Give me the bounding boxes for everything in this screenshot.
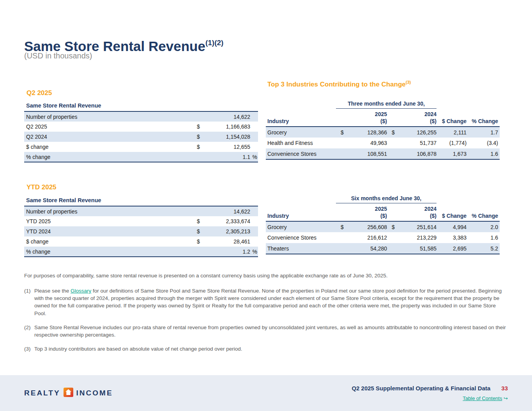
row-value: 14,622 (201, 111, 250, 122)
row-label: YTD 2024 (24, 226, 194, 236)
footnote-marker: (1) (24, 287, 34, 317)
currency-symbol: $ (194, 226, 201, 236)
footnote-3: (3) Top 3 industry contributors are base… (24, 345, 509, 353)
currency-symbol: $ (194, 142, 201, 152)
industry-row: Theaters 54,280 51,585 2,695 5.2 (266, 243, 500, 254)
table-row: YTD 2025 $ 2,333,674 (24, 216, 258, 226)
percent-change-value: 1.7 (467, 127, 500, 138)
value-2024: 213,229 (397, 232, 437, 243)
industry-name: Theaters (266, 243, 336, 254)
dollar-change-value: 3,383 (437, 232, 467, 243)
unit-header-2024: ($) (387, 213, 437, 221)
q2-section-heading: Q2 2025 (27, 89, 52, 97)
percent-suffix: % (250, 247, 258, 257)
percent-suffix (250, 226, 258, 236)
row-value: 14,622 (201, 206, 250, 216)
industry-row: Health and Fitness 49,963 51,737 (1,774)… (266, 138, 500, 148)
percent-suffix (250, 206, 258, 216)
unit-header-2024: ($) (387, 118, 437, 127)
toc-link-text: Table of Contents (463, 395, 502, 401)
industries-heading-superscript: (3) (406, 80, 411, 85)
dollar-change-header: $ Change (437, 118, 467, 127)
dollar-change-value: 2,695 (437, 243, 467, 254)
table-title: Same Store Rental Revenue (24, 102, 258, 111)
industry-name: Grocery (266, 127, 336, 138)
industry-name: Grocery (266, 221, 336, 232)
row-label: % change (24, 247, 194, 257)
currency-symbol: $ (194, 216, 201, 226)
currency-symbol: $ (387, 221, 397, 232)
year-2024-header: 2024 (387, 109, 437, 118)
percent-change-value: 1.6 (467, 148, 500, 159)
spacer-cell (437, 101, 500, 109)
footnote-text-pre: Please see the (34, 288, 71, 294)
row-value: 12,655 (201, 142, 250, 152)
value-2025: 216,612 (346, 232, 387, 243)
year-header-row: 2025 2024 (266, 203, 500, 213)
period-header: Six months ended June 30, (336, 195, 437, 203)
currency-symbol: $ (194, 236, 201, 247)
dollar-change-value: (1,774) (437, 138, 467, 148)
industry-row: Grocery $ 256,608 $ 251,614 4,994 2.0 (266, 221, 500, 232)
percent-suffix (250, 122, 258, 132)
currency-symbol (194, 206, 201, 216)
ytd-industries-table: Six months ended June 30, 2025 2024 Indu… (266, 195, 500, 254)
table-of-contents-link[interactable]: Table of Contents ↪ (463, 395, 508, 401)
row-label: % change (24, 152, 194, 162)
table-row: Q2 2024 $ 1,154,028 (24, 132, 258, 142)
spacer-cell (266, 109, 336, 118)
spacer-cell (437, 195, 500, 203)
table-title: Same Store Rental Revenue (24, 197, 258, 206)
currency-symbol (387, 138, 397, 148)
percent-change-header: % Change (467, 213, 500, 221)
industry-column-header: Industry (266, 118, 336, 127)
currency-symbol (336, 232, 346, 243)
realty-income-logo: REALTY INCOME (24, 387, 113, 399)
value-2024: 106,878 (397, 148, 437, 159)
spacer-cell (437, 203, 500, 213)
footer-title-line: Q2 2025 Supplemental Operating & Financi… (352, 385, 508, 392)
toc-arrow-icon: ↪ (504, 395, 508, 401)
year-header-row: 2025 2024 (266, 109, 500, 118)
logo-realty-text: REALTY (24, 389, 60, 397)
currency-symbol (194, 247, 201, 257)
industry-row: Convenience Stores 108,551 106,878 1,673… (266, 148, 500, 159)
dollar-change-value: 1,673 (437, 148, 467, 159)
row-label: $ change (24, 236, 194, 247)
value-2024: 51,737 (397, 138, 437, 148)
industry-name: Convenience Stores (266, 232, 336, 243)
table-header-row: Same Store Rental Revenue (24, 102, 258, 111)
realty-income-house-icon (63, 387, 74, 399)
row-label: $ change (24, 142, 194, 152)
percent-suffix (250, 111, 258, 122)
percent-change-value: 1.6 (467, 232, 500, 243)
table-row: % change 1.2 % (24, 247, 258, 257)
percent-change-header: % Change (467, 118, 500, 127)
industries-heading-text: Top 3 Industries Contributing to the Cha… (267, 81, 406, 88)
footnote-2: (2) Same Store Rental Revenue includes o… (24, 324, 509, 339)
currency-symbol (336, 148, 346, 159)
glossary-link[interactable]: Glossary (71, 288, 91, 294)
percent-suffix (250, 236, 258, 247)
spacer-cell (266, 101, 336, 109)
footnote-text: Please see the Glossary for our definiti… (34, 287, 509, 317)
value-2025: 54,280 (346, 243, 387, 254)
row-value: 1,154,028 (201, 132, 250, 142)
dollar-change-header: $ Change (437, 213, 467, 221)
industry-name: Health and Fitness (266, 138, 336, 148)
percent-suffix (250, 216, 258, 226)
q2-same-store-table: Same Store Rental Revenue Number of prop… (24, 102, 258, 162)
currency-symbol: $ (336, 127, 346, 138)
page-number: 33 (501, 385, 508, 392)
year-2024-header: 2024 (387, 203, 437, 213)
row-label: Number of properties (24, 206, 194, 216)
table-header-row: Same Store Rental Revenue (24, 197, 258, 206)
table-row: Number of properties 14,622 (24, 111, 258, 122)
currency-symbol (387, 232, 397, 243)
spacer-cell (266, 203, 336, 213)
dollar-change-value: 4,994 (437, 221, 467, 232)
year-2025-header: 2025 (336, 109, 387, 118)
row-value: 2,305,213 (201, 226, 250, 236)
percent-change-value: 5.2 (467, 243, 500, 254)
footnote-text: Same Store Rental Revenue includes our p… (34, 324, 509, 339)
